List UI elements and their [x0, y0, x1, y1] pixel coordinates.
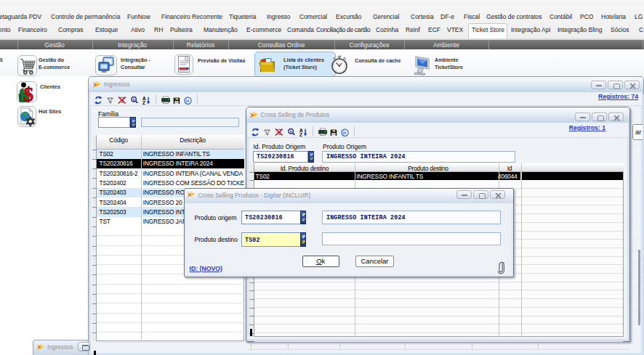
- svg-text:Z: Z: [142, 100, 145, 105]
- svg-text:IA: IA: [186, 99, 190, 102]
- svg-text:$: $: [24, 83, 34, 102]
- svg-text:n: n: [132, 97, 134, 102]
- svg-text:IA: IA: [343, 131, 347, 134]
- svg-text:Z: Z: [299, 132, 302, 136]
- svg-text:n: n: [289, 129, 291, 134]
